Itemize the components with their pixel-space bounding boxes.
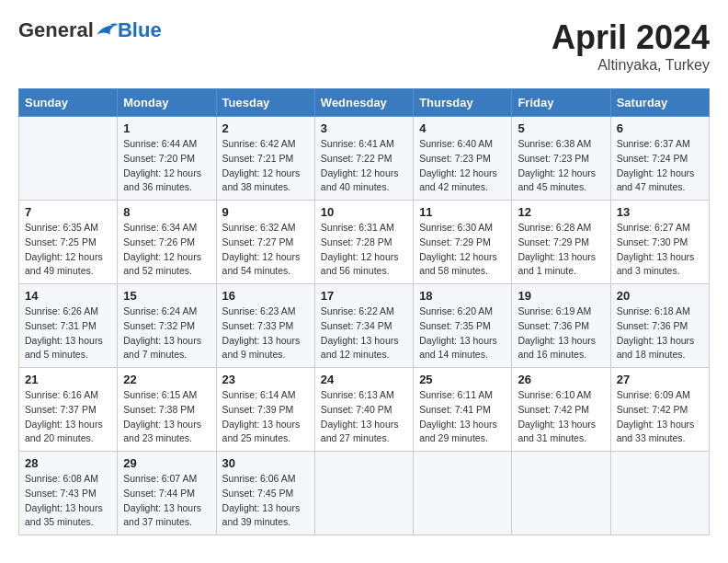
calendar-cell: 29Sunrise: 6:07 AMSunset: 7:44 PMDayligh…	[118, 452, 216, 535]
title-area: April 2024 Altinyaka, Turkey	[552, 18, 710, 74]
calendar-cell: 14Sunrise: 6:26 AMSunset: 7:31 PMDayligh…	[19, 284, 118, 368]
calendar-cell: 28Sunrise: 6:08 AMSunset: 7:43 PMDayligh…	[19, 452, 118, 535]
location-subtitle: Altinyaka, Turkey	[552, 57, 710, 74]
cell-sun-info: Sunrise: 6:31 AMSunset: 7:28 PMDaylight:…	[321, 221, 407, 279]
day-number: 10	[321, 205, 407, 219]
calendar-cell: 21Sunrise: 6:16 AMSunset: 7:37 PMDayligh…	[19, 368, 118, 452]
day-number: 17	[321, 289, 407, 303]
calendar-week-row: 28Sunrise: 6:08 AMSunset: 7:43 PMDayligh…	[19, 452, 710, 535]
calendar-cell: 12Sunrise: 6:28 AMSunset: 7:29 PMDayligh…	[512, 201, 610, 284]
cell-sun-info: Sunrise: 6:09 AMSunset: 7:42 PMDaylight:…	[617, 388, 703, 446]
calendar-cell: 4Sunrise: 6:40 AMSunset: 7:23 PMDaylight…	[414, 117, 512, 201]
calendar-cell: 25Sunrise: 6:11 AMSunset: 7:41 PMDayligh…	[414, 368, 512, 452]
page-header: General Blue April 2024 Altinyaka, Turke…	[18, 18, 710, 74]
day-number: 1	[123, 121, 210, 135]
cell-sun-info: Sunrise: 6:35 AMSunset: 7:25 PMDaylight:…	[25, 221, 111, 279]
day-number: 12	[518, 205, 604, 219]
calendar-cell: 22Sunrise: 6:15 AMSunset: 7:38 PMDayligh…	[118, 368, 216, 452]
cell-sun-info: Sunrise: 6:34 AMSunset: 7:26 PMDaylight:…	[123, 221, 210, 279]
calendar-cell: 1Sunrise: 6:44 AMSunset: 7:20 PMDaylight…	[118, 117, 216, 201]
cell-sun-info: Sunrise: 6:13 AMSunset: 7:40 PMDaylight:…	[321, 388, 407, 446]
cell-sun-info: Sunrise: 6:15 AMSunset: 7:38 PMDaylight:…	[123, 388, 210, 446]
logo-blue-text: Blue	[118, 18, 162, 42]
header-friday: Friday	[512, 89, 610, 117]
day-number: 16	[222, 289, 309, 303]
day-number: 5	[518, 121, 604, 135]
day-number: 11	[419, 205, 506, 219]
logo-general-text: General	[18, 18, 94, 42]
cell-sun-info: Sunrise: 6:38 AMSunset: 7:23 PMDaylight:…	[518, 137, 604, 195]
calendar-cell: 8Sunrise: 6:34 AMSunset: 7:26 PMDaylight…	[118, 201, 216, 284]
cell-sun-info: Sunrise: 6:32 AMSunset: 7:27 PMDaylight:…	[222, 221, 309, 279]
calendar-cell: 7Sunrise: 6:35 AMSunset: 7:25 PMDaylight…	[19, 201, 118, 284]
cell-sun-info: Sunrise: 6:24 AMSunset: 7:32 PMDaylight:…	[123, 304, 210, 362]
calendar-cell	[610, 452, 709, 535]
day-number: 24	[321, 373, 407, 386]
cell-sun-info: Sunrise: 6:37 AMSunset: 7:24 PMDaylight:…	[617, 137, 703, 195]
cell-sun-info: Sunrise: 6:44 AMSunset: 7:20 PMDaylight:…	[123, 137, 210, 195]
calendar-table: SundayMondayTuesdayWednesdayThursdayFrid…	[18, 88, 710, 535]
calendar-week-row: 21Sunrise: 6:16 AMSunset: 7:37 PMDayligh…	[19, 368, 710, 452]
header-monday: Monday	[118, 89, 216, 117]
cell-sun-info: Sunrise: 6:40 AMSunset: 7:23 PMDaylight:…	[419, 137, 506, 195]
cell-sun-info: Sunrise: 6:26 AMSunset: 7:31 PMDaylight:…	[25, 304, 111, 362]
day-number: 4	[419, 121, 506, 135]
day-number: 22	[123, 373, 210, 386]
calendar-cell: 9Sunrise: 6:32 AMSunset: 7:27 PMDaylight…	[216, 201, 314, 284]
calendar-header-row: SundayMondayTuesdayWednesdayThursdayFrid…	[19, 89, 710, 117]
cell-sun-info: Sunrise: 6:10 AMSunset: 7:42 PMDaylight:…	[518, 388, 604, 446]
day-number: 2	[222, 121, 309, 135]
calendar-cell: 23Sunrise: 6:14 AMSunset: 7:39 PMDayligh…	[216, 368, 314, 452]
day-number: 27	[617, 373, 703, 386]
day-number: 20	[617, 289, 703, 303]
day-number: 14	[25, 289, 111, 303]
day-number: 21	[25, 373, 111, 386]
day-number: 13	[617, 205, 703, 219]
cell-sun-info: Sunrise: 6:30 AMSunset: 7:29 PMDaylight:…	[419, 221, 506, 279]
calendar-week-row: 1Sunrise: 6:44 AMSunset: 7:20 PMDaylight…	[19, 117, 710, 201]
calendar-cell: 20Sunrise: 6:18 AMSunset: 7:36 PMDayligh…	[610, 284, 709, 368]
cell-sun-info: Sunrise: 6:20 AMSunset: 7:35 PMDaylight:…	[419, 304, 506, 362]
calendar-week-row: 14Sunrise: 6:26 AMSunset: 7:31 PMDayligh…	[19, 284, 710, 368]
day-number: 23	[222, 373, 309, 386]
day-number: 29	[123, 456, 210, 470]
cell-sun-info: Sunrise: 6:41 AMSunset: 7:22 PMDaylight:…	[321, 137, 407, 195]
calendar-cell: 2Sunrise: 6:42 AMSunset: 7:21 PMDaylight…	[216, 117, 314, 201]
day-number: 3	[321, 121, 407, 135]
day-number: 8	[123, 205, 210, 219]
calendar-cell: 19Sunrise: 6:19 AMSunset: 7:36 PMDayligh…	[512, 284, 610, 368]
month-year-title: April 2024	[552, 18, 710, 57]
calendar-cell: 6Sunrise: 6:37 AMSunset: 7:24 PMDaylight…	[610, 117, 709, 201]
calendar-cell: 27Sunrise: 6:09 AMSunset: 7:42 PMDayligh…	[610, 368, 709, 452]
calendar-cell	[512, 452, 610, 535]
cell-sun-info: Sunrise: 6:22 AMSunset: 7:34 PMDaylight:…	[321, 304, 407, 362]
cell-sun-info: Sunrise: 6:06 AMSunset: 7:45 PMDaylight:…	[222, 472, 309, 530]
day-number: 30	[222, 456, 309, 470]
calendar-cell: 5Sunrise: 6:38 AMSunset: 7:23 PMDaylight…	[512, 117, 610, 201]
logo: General Blue	[18, 18, 162, 42]
calendar-week-row: 7Sunrise: 6:35 AMSunset: 7:25 PMDaylight…	[19, 201, 710, 284]
calendar-cell: 15Sunrise: 6:24 AMSunset: 7:32 PMDayligh…	[118, 284, 216, 368]
cell-sun-info: Sunrise: 6:23 AMSunset: 7:33 PMDaylight:…	[222, 304, 309, 362]
cell-sun-info: Sunrise: 6:28 AMSunset: 7:29 PMDaylight:…	[518, 221, 604, 279]
calendar-cell: 30Sunrise: 6:06 AMSunset: 7:45 PMDayligh…	[216, 452, 314, 535]
calendar-cell: 24Sunrise: 6:13 AMSunset: 7:40 PMDayligh…	[314, 368, 413, 452]
day-number: 18	[419, 289, 506, 303]
calendar-cell: 10Sunrise: 6:31 AMSunset: 7:28 PMDayligh…	[314, 201, 413, 284]
cell-sun-info: Sunrise: 6:42 AMSunset: 7:21 PMDaylight:…	[222, 137, 309, 195]
header-saturday: Saturday	[610, 89, 709, 117]
day-number: 6	[617, 121, 703, 135]
day-number: 26	[518, 373, 604, 386]
calendar-cell	[19, 117, 118, 201]
day-number: 28	[25, 456, 111, 470]
day-number: 7	[25, 205, 111, 219]
calendar-cell	[414, 452, 512, 535]
logo-bird-icon	[96, 21, 118, 40]
day-number: 19	[518, 289, 604, 303]
day-number: 15	[123, 289, 210, 303]
header-thursday: Thursday	[414, 89, 512, 117]
calendar-cell: 17Sunrise: 6:22 AMSunset: 7:34 PMDayligh…	[314, 284, 413, 368]
cell-sun-info: Sunrise: 6:08 AMSunset: 7:43 PMDaylight:…	[25, 472, 111, 530]
cell-sun-info: Sunrise: 6:14 AMSunset: 7:39 PMDaylight:…	[222, 388, 309, 446]
cell-sun-info: Sunrise: 6:11 AMSunset: 7:41 PMDaylight:…	[419, 388, 506, 446]
